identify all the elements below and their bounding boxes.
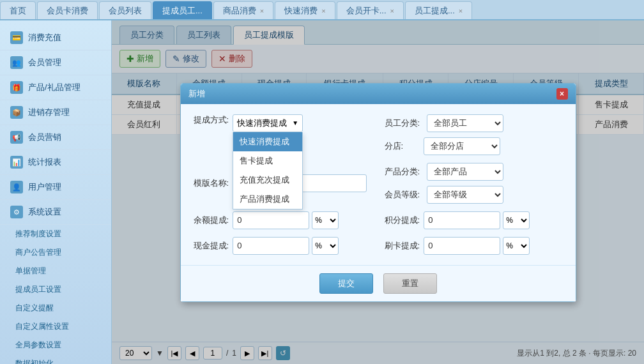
form-right-col1: 员工分类: 全部员工 分店: 全部分店	[385, 114, 563, 155]
template-label: 模版名称:	[194, 178, 235, 189]
dropdown-item-product-consume[interactable]: 产品消费提成	[233, 190, 302, 209]
balance-input[interactable]	[233, 211, 309, 229]
tab-commission[interactable]: 提成员工...	[153, 1, 212, 19]
sidebar-item-marketing[interactable]: 📢 会员营销	[0, 125, 111, 150]
staff-class-row: 员工分类: 全部员工	[385, 114, 563, 132]
points-row: 积分提成: % 元	[385, 211, 563, 229]
cash-unit-select[interactable]: % 元	[312, 237, 339, 255]
points-unit-select[interactable]: % 元	[503, 211, 530, 229]
reset-button[interactable]: 重置	[383, 273, 437, 294]
sidebar-sub-global-param[interactable]: 全局参数设置	[0, 336, 111, 354]
tab-close-product[interactable]: ×	[260, 7, 264, 15]
member-icon: 👥	[10, 56, 23, 69]
method-select[interactable]: 快速消费提成 ▼	[233, 114, 303, 132]
swipe-row: 刷卡提成: % 元	[385, 237, 563, 255]
sidebar-sub-commission-staff[interactable]: 提成员工设置	[0, 280, 111, 299]
submit-button[interactable]: 提交	[319, 273, 373, 294]
cash-input-group: % 元	[233, 237, 339, 255]
branch-row: 分店: 全部分店	[385, 137, 563, 155]
modal-close-button[interactable]: ×	[556, 88, 568, 100]
tab-staff-commission[interactable]: 员工提成... ×	[405, 1, 472, 19]
tab-close-open-card[interactable]: ×	[390, 7, 394, 15]
product-class-label: 产品分类:	[385, 166, 423, 178]
dropdown-item-recharge[interactable]: 充值充次提成	[233, 171, 302, 190]
top-nav-bar: 首页 会员卡消费 会员列表 提成员工... 商品消费 × 快速消费 × 会员开卡…	[0, 0, 644, 20]
form-grid: 提成方式: 快速消费提成 ▼ 快速消费提成 售卡提成 充值充次提成 产品消费提成	[194, 114, 563, 255]
method-value: 快速消费提成	[237, 118, 292, 129]
new-record-modal: 新增 × 提成方式: 快速消费提成 ▼ 快速消费提成 售卡	[180, 83, 576, 302]
form-method-row: 提成方式: 快速消费提成 ▼ 快速消费提成 售卡提成 充值充次提成 产品消费提成	[194, 114, 372, 155]
sidebar-item-user[interactable]: 👤 用户管理	[0, 175, 111, 200]
dropdown-item-card[interactable]: 售卡提成	[233, 151, 302, 171]
swipe-label: 刷卡提成:	[385, 240, 420, 252]
modal-header: 新增 ×	[181, 84, 576, 104]
points-input[interactable]	[424, 211, 500, 229]
modal-overlay: 新增 × 提成方式: 快速消费提成 ▼ 快速消费提成 售卡	[112, 20, 644, 364]
sidebar-sub-announcement[interactable]: 商户公告管理	[0, 243, 111, 262]
tab-close-fast[interactable]: ×	[321, 7, 325, 15]
points-label: 积分提成:	[385, 215, 420, 226]
branch-label: 分店:	[385, 140, 420, 152]
method-dropdown-arrow: ▼	[292, 119, 298, 126]
method-dropdown-popup: 快速消费提成 售卡提成 充值充次提成 产品消费提成	[233, 132, 303, 209]
tab-member-list[interactable]: 会员列表	[99, 1, 151, 19]
sidebar-sub-data-init[interactable]: 数据初始化	[0, 354, 111, 364]
sidebar-item-settings[interactable]: ⚙ 系统设置	[0, 200, 111, 225]
tab-member-card[interactable]: 会员卡消费	[37, 1, 98, 19]
balance-input-group: % 元	[233, 211, 339, 229]
tab-home[interactable]: 首页	[0, 1, 36, 19]
sidebar-item-member[interactable]: 👥 会员管理	[0, 50, 111, 75]
sidebar-sub-recommend[interactable]: 推荐制度设置	[0, 225, 111, 243]
modal-footer: 提交 重置	[181, 265, 576, 301]
sidebar-item-product[interactable]: 🎁 产品/礼品管理	[0, 75, 111, 100]
staff-class-label: 员工分类:	[385, 118, 423, 129]
staff-class-select[interactable]: 全部员工	[427, 114, 503, 132]
modal-title: 新增	[188, 88, 205, 100]
user-icon: 👤	[10, 181, 23, 193]
form-right-col2: 产品分类: 全部产品 会员等级: 全部等级	[385, 163, 563, 204]
member-level-row: 会员等级: 全部等级	[385, 186, 563, 204]
product-class-select[interactable]: 全部产品	[427, 163, 503, 181]
method-label: 提成方式:	[194, 114, 229, 126]
cash-label: 现金提成:	[194, 240, 229, 252]
settings-icon: ⚙	[10, 206, 23, 218]
product-class-row: 产品分类: 全部产品	[385, 163, 563, 181]
consume-icon: 💳	[10, 31, 23, 44]
sidebar-sub-custom-attr[interactable]: 自定义属性设置	[0, 317, 111, 336]
points-input-group: % 元	[424, 211, 530, 229]
balance-row: 余额提成: % 元	[194, 211, 372, 229]
sidebar: 💳 消费充值 👥 会员管理 🎁 产品/礼品管理 📦 进销存管理 📢 会员营销 📊…	[0, 20, 112, 364]
swipe-input-group: % 元	[424, 237, 530, 255]
tab-close-staff[interactable]: ×	[459, 7, 463, 15]
tab-product-consume[interactable]: 商品消费 ×	[213, 1, 273, 19]
inventory-icon: 📦	[10, 106, 23, 119]
swipe-input[interactable]	[424, 237, 500, 255]
sidebar-sub-receipt[interactable]: 单据管理	[0, 262, 111, 280]
sidebar-item-inventory[interactable]: 📦 进销存管理	[0, 100, 111, 125]
swipe-unit-select[interactable]: % 元	[503, 237, 530, 255]
sidebar-sub-reminder[interactable]: 自定义提醒	[0, 299, 111, 317]
dropdown-item-fast[interactable]: 快速消费提成	[233, 132, 302, 151]
sidebar-item-consume[interactable]: 💳 消费充值	[0, 26, 111, 50]
sidebar-item-report[interactable]: 📊 统计报表	[0, 150, 111, 175]
member-level-label: 会员等级:	[385, 189, 423, 201]
balance-label: 余额提成:	[194, 215, 229, 226]
balance-unit-select[interactable]: % 元	[312, 211, 339, 229]
product-icon: 🎁	[10, 81, 23, 94]
marketing-icon: 📢	[10, 131, 23, 144]
member-level-select[interactable]: 全部等级	[427, 186, 503, 204]
branch-select[interactable]: 全部分店	[424, 137, 500, 155]
method-select-wrapper: 快速消费提成 ▼ 快速消费提成 售卡提成 充值充次提成 产品消费提成	[233, 114, 303, 132]
modal-body: 提成方式: 快速消费提成 ▼ 快速消费提成 售卡提成 充值充次提成 产品消费提成	[181, 104, 576, 265]
tab-open-card[interactable]: 会员开卡... ×	[337, 1, 404, 19]
cash-input[interactable]	[233, 237, 309, 255]
report-icon: 📊	[10, 156, 23, 169]
tab-fast-consume[interactable]: 快速消费 ×	[275, 1, 335, 19]
cash-row: 现金提成: % 元	[194, 237, 372, 255]
